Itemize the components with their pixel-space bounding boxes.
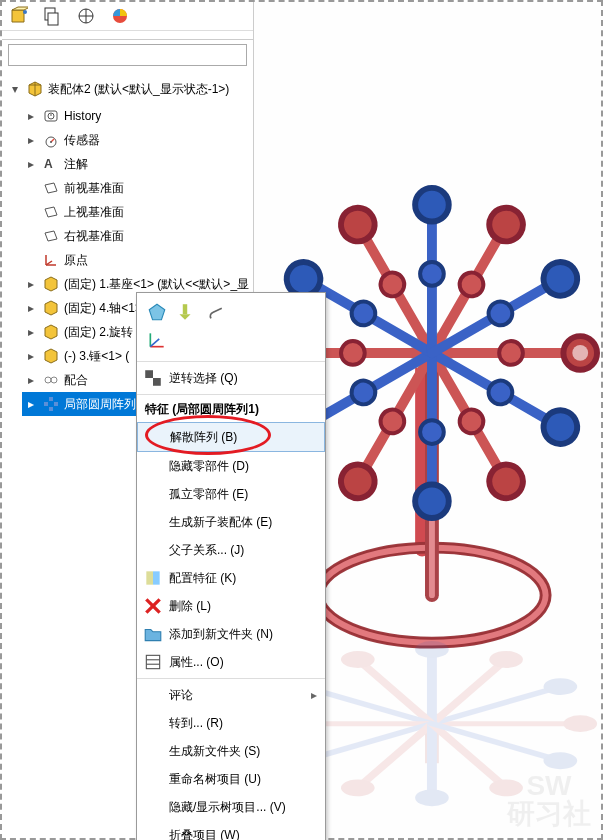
svg-marker-26 — [45, 301, 57, 315]
hide-show-tab-icon[interactable] — [42, 6, 62, 26]
ctx-hide-component[interactable]: 隐藏零部件 (D) — [137, 452, 325, 480]
svg-point-83 — [537, 675, 583, 698]
caret-icon[interactable]: ▸ — [24, 301, 38, 315]
tree-annotation[interactable]: ▸A注解 — [22, 152, 253, 176]
svg-rect-4 — [48, 13, 58, 25]
ctx-gen-folder[interactable]: 生成新文件夹 (S) — [137, 737, 325, 765]
caret-icon[interactable]: ▸ — [24, 109, 38, 123]
appearance-tab-icon[interactable] — [110, 6, 130, 26]
part-icon — [42, 299, 60, 317]
svg-point-67 — [499, 341, 523, 365]
part-icon — [42, 275, 60, 293]
filter-bar — [2, 40, 253, 74]
svg-point-56 — [537, 404, 583, 450]
context-menu: 逆转选择 (Q) 特征 (局部圆周阵列1) 解散阵列 (B) 隐藏零部件 (D)… — [136, 292, 326, 840]
svg-rect-105 — [183, 304, 187, 314]
svg-point-103 — [537, 749, 583, 772]
ctx-parent-child[interactable]: 父子关系... (J) — [137, 536, 325, 564]
svg-point-17 — [50, 141, 52, 143]
caret-icon[interactable]: ▸ — [24, 133, 38, 147]
ctx-comment[interactable]: 评论▸ — [137, 681, 325, 709]
svg-rect-33 — [54, 402, 58, 406]
chevron-right-icon: ▸ — [311, 688, 317, 702]
svg-text:A: A — [44, 157, 53, 171]
ctx-isolate-component[interactable]: 孤立零部件 (E) — [137, 480, 325, 508]
tree-filter-input[interactable] — [8, 44, 247, 66]
invert-icon — [143, 369, 163, 387]
part-icon — [42, 323, 60, 341]
svg-point-73 — [341, 341, 365, 365]
context-toolbar-row2 — [137, 327, 325, 359]
tree-header-spacer — [2, 31, 253, 40]
svg-marker-27 — [45, 325, 57, 339]
ctx-config-feature[interactable]: 配置特征 (K) — [137, 564, 325, 592]
tree-plane-front[interactable]: 前视基准面 — [22, 176, 253, 200]
caret-icon[interactable]: ▸ — [24, 325, 38, 339]
svg-point-97 — [335, 776, 381, 799]
svg-point-44 — [572, 345, 588, 361]
svg-point-2 — [23, 10, 27, 14]
tree-plane-top[interactable]: 上视基准面 — [22, 200, 253, 224]
tree-origin[interactable]: 原点 — [22, 248, 253, 272]
config-icon — [143, 569, 163, 587]
tree-plane-right[interactable]: 右视基准面 — [22, 224, 253, 248]
ctx-properties[interactable]: 属性... (O) — [137, 648, 325, 676]
ctx-hide-show-tree[interactable]: 隐藏/显示树项目... (V) — [137, 793, 325, 821]
caret-icon[interactable]: ▸ — [24, 349, 38, 363]
svg-point-89 — [335, 648, 381, 671]
svg-rect-112 — [146, 571, 153, 584]
svg-point-29 — [45, 377, 51, 383]
ctx-collapse[interactable]: 折叠项目 (W) — [137, 821, 325, 840]
ctx-rename[interactable]: 重命名树项目 (U) — [137, 765, 325, 793]
plane-icon — [42, 179, 60, 197]
ctx-delete[interactable]: 删除 (L) — [137, 592, 325, 620]
svg-marker-25 — [45, 277, 57, 291]
part-icon — [42, 347, 60, 365]
caret-icon[interactable]: ▸ — [24, 277, 38, 291]
assembly-tab-icon[interactable] — [8, 6, 28, 26]
paperclip-icon[interactable] — [203, 303, 223, 321]
svg-marker-110 — [145, 370, 153, 378]
tree-sensor[interactable]: ▸传感器 — [22, 128, 253, 152]
svg-point-54 — [483, 202, 529, 248]
plane-icon — [42, 227, 60, 245]
down-icon[interactable] — [175, 303, 195, 321]
caret-icon[interactable]: ▸ — [24, 157, 38, 171]
properties-icon — [143, 653, 163, 671]
svg-marker-28 — [45, 349, 57, 363]
svg-marker-104 — [149, 304, 165, 320]
svg-marker-19 — [45, 183, 57, 193]
svg-marker-106 — [179, 314, 190, 320]
svg-point-70 — [420, 420, 444, 444]
svg-rect-31 — [49, 397, 53, 401]
svg-point-85 — [483, 648, 529, 671]
coord-sys-icon[interactable] — [147, 331, 167, 349]
assembly-name: 装配体2 (默认<默认_显示状态-1>) — [48, 81, 229, 98]
tree-history[interactable]: ▸History — [22, 104, 253, 128]
ctx-dissolve-pattern[interactable]: 解散阵列 (B) — [137, 422, 325, 452]
folder-icon — [143, 625, 163, 643]
polygon-icon[interactable] — [147, 303, 167, 321]
ctx-add-folder[interactable]: 添加到新文件夹 (N) — [137, 620, 325, 648]
ctx-goto[interactable]: 转到... (R) — [137, 709, 325, 737]
assembly-root[interactable]: ▾ 装配体2 (默认<默认_显示状态-1>) — [2, 74, 253, 104]
svg-point-58 — [415, 484, 449, 518]
svg-point-99 — [415, 789, 449, 806]
caret-icon[interactable]: ▸ — [24, 397, 38, 411]
ctx-invert-select[interactable]: 逆转选择 (Q) — [137, 364, 325, 392]
origin-icon — [42, 251, 60, 269]
svg-rect-113 — [153, 571, 160, 584]
svg-point-30 — [51, 377, 57, 383]
assembly-icon — [26, 80, 44, 98]
ctx-new-subassembly[interactable]: 生成新子装配体 (E) — [137, 508, 325, 536]
svg-marker-0 — [12, 10, 24, 22]
tab-toolbar — [2, 2, 253, 31]
svg-marker-20 — [45, 207, 57, 217]
caret-icon[interactable]: ▾ — [8, 82, 22, 96]
svg-point-48 — [335, 458, 381, 504]
view-tab-icon[interactable] — [76, 6, 96, 26]
plane-icon — [42, 203, 60, 221]
caret-icon[interactable]: ▸ — [24, 373, 38, 387]
annotation-icon: A — [42, 155, 60, 173]
svg-point-76 — [420, 262, 444, 286]
